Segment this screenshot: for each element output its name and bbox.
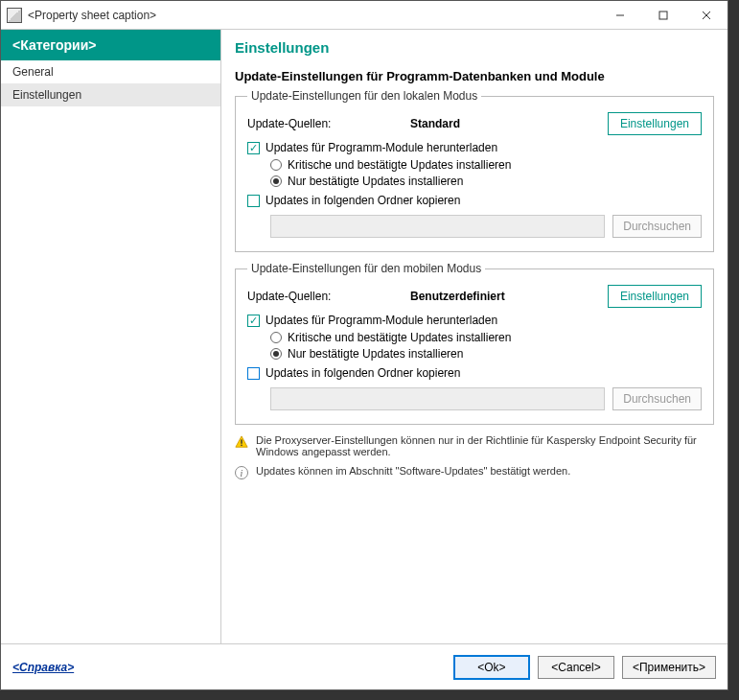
titlebar: <Property sheet caption> — [1, 1, 727, 30]
mobile-sources-row: Update-Quellen: Benutzerdefiniert Einste… — [247, 285, 702, 308]
footer: <Справка> <Ok> <Cancel> <Применить> — [1, 643, 727, 689]
mobile-legend: Update-Einstellungen für den mobilen Mod… — [247, 262, 485, 275]
local-copy-folder-checkbox[interactable]: Updates in folgenden Ordner kopieren — [247, 194, 702, 207]
content: <Категории> General Einstellungen Einste… — [1, 30, 727, 643]
proxy-note: Die Proxyserver-Einstellungen können nur… — [235, 434, 714, 457]
local-sources-label: Update-Quellen: — [247, 117, 410, 130]
local-mode-group: Update-Einstellungen für den lokalen Mod… — [235, 89, 714, 252]
mobile-settings-button[interactable]: Einstellungen — [608, 285, 702, 308]
local-radio-critical[interactable]: Kritische und bestätigte Updates install… — [270, 158, 702, 172]
apply-button[interactable]: <Применить> — [622, 656, 716, 679]
mobile-sources-value: Benutzerdefiniert — [410, 290, 505, 303]
local-radio-confirmed[interactable]: Nur bestätigte Updates installieren — [270, 175, 702, 188]
window-buttons — [598, 1, 727, 29]
mobile-copy-folder-label: Updates in folgenden Ordner kopieren — [266, 366, 460, 380]
app-icon — [7, 8, 22, 23]
mobile-download-modules-label: Updates für Programm-Module herunterlade… — [266, 314, 497, 327]
mobile-folder-row: Durchsuchen — [270, 387, 702, 410]
warning-icon — [235, 435, 248, 449]
local-browse-button[interactable]: Durchsuchen — [612, 215, 702, 238]
close-button[interactable] — [684, 1, 727, 29]
cancel-button[interactable]: <Cancel> — [538, 656, 614, 679]
svg-rect-6 — [241, 445, 242, 446]
window-title: <Property sheet caption> — [28, 9, 156, 22]
main-panel: Einstellungen Update-Einstellungen für P… — [221, 30, 727, 643]
mobile-browse-button[interactable]: Durchsuchen — [612, 387, 702, 410]
section-title: Update-Einstellungen für Programm-Datenb… — [235, 69, 714, 83]
help-link[interactable]: <Справка> — [12, 661, 74, 674]
local-download-modules-label: Updates für Programm-Module herunterlade… — [266, 141, 497, 154]
check-icon — [247, 195, 260, 207]
mobile-copy-folder-checkbox[interactable]: Updates in folgenden Ordner kopieren — [247, 366, 702, 380]
local-sources-value: Standard — [410, 117, 460, 130]
mobile-radio-critical[interactable]: Kritische und bestätigte Updates install… — [270, 331, 702, 344]
info-note: i Updates können im Abschnitt "Software-… — [235, 465, 714, 479]
local-radio-group: Kritische und bestätigte Updates install… — [270, 158, 702, 188]
mobile-radio-group: Kritische und bestätigte Updates install… — [270, 331, 702, 361]
sidebar: <Категории> General Einstellungen — [1, 30, 221, 643]
page-title: Einstellungen — [235, 39, 714, 56]
local-download-modules-checkbox[interactable]: ✓ Updates für Programm-Module herunterla… — [247, 141, 702, 154]
radio-icon — [270, 332, 282, 343]
ok-button[interactable]: <Ok> — [453, 655, 530, 680]
sidebar-item-einstellungen[interactable]: Einstellungen — [1, 83, 220, 106]
mobile-folder-input[interactable] — [270, 387, 605, 410]
local-copy-folder-label: Updates in folgenden Ordner kopieren — [266, 194, 460, 207]
mobile-mode-group: Update-Einstellungen für den mobilen Mod… — [235, 262, 714, 425]
svg-rect-5 — [241, 439, 242, 443]
local-folder-input[interactable] — [270, 215, 605, 238]
mobile-sources-label: Update-Quellen: — [247, 290, 410, 303]
info-note-text: Updates können im Abschnitt "Software-Up… — [256, 465, 714, 477]
local-folder-row: Durchsuchen — [270, 215, 702, 238]
local-settings-button[interactable]: Einstellungen — [608, 112, 702, 135]
sidebar-header: <Категории> — [1, 30, 220, 60]
radio-icon — [270, 159, 282, 171]
mobile-download-modules-checkbox[interactable]: ✓ Updates für Programm-Module herunterla… — [247, 314, 702, 327]
radio-icon — [270, 175, 282, 187]
proxy-note-text: Die Proxyserver-Einstellungen können nur… — [256, 434, 714, 457]
maximize-button[interactable] — [641, 1, 684, 29]
property-sheet-window: <Property sheet caption> <Категории> Gen… — [0, 0, 728, 690]
titlebar-left: <Property sheet caption> — [7, 8, 156, 23]
mobile-radio-confirmed[interactable]: Nur bestätigte Updates installieren — [270, 347, 702, 361]
info-icon: i — [235, 466, 248, 479]
radio-icon — [270, 348, 282, 360]
local-sources-row: Update-Quellen: Standard Einstellungen — [247, 112, 702, 135]
check-icon: ✓ — [247, 315, 260, 327]
svg-rect-1 — [659, 12, 667, 19]
local-legend: Update-Einstellungen für den lokalen Mod… — [247, 89, 481, 103]
check-icon: ✓ — [247, 142, 260, 154]
sidebar-item-general[interactable]: General — [1, 60, 220, 83]
minimize-button[interactable] — [598, 1, 641, 29]
check-icon — [247, 367, 260, 380]
